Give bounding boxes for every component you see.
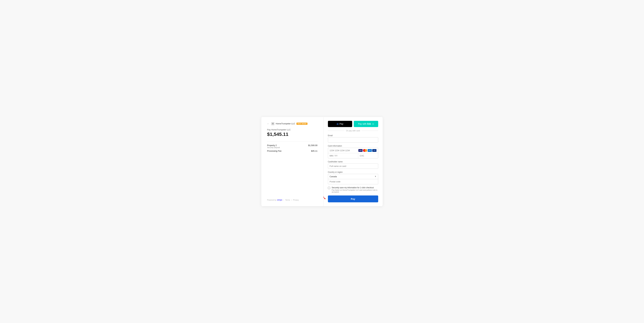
mastercard-icon (363, 149, 367, 152)
line-item-amount: $1,500.00 (308, 144, 318, 148)
card-info-wrapper: VISA AMEX JCB (328, 148, 378, 158)
test-mode-badge: TEST MODE (296, 123, 308, 125)
cvc-input[interactable] (360, 155, 378, 157)
cardholder-group: Cardholder name (328, 161, 378, 169)
merchant-header: ← HomeTrumpeter LLC TEST MODE (267, 122, 318, 125)
merchant-name: HomeTrumpeter LLC (276, 122, 295, 125)
visa-icon: VISA (358, 149, 362, 152)
svg-marker-5 (324, 198, 326, 199)
line-items: Property 2 Security Deposit $1,500.00 Pr… (267, 141, 318, 152)
divider-row: Or pay with card (328, 130, 378, 132)
gpay-label: Pay (340, 123, 344, 125)
card-info-label: Card information (328, 145, 378, 147)
expiry-input[interactable] (328, 153, 358, 158)
email-input[interactable] (328, 137, 378, 143)
merchant-icon (271, 122, 274, 125)
email-label: Email (328, 134, 378, 137)
back-arrow[interactable]: ← (267, 122, 269, 125)
card-number-input[interactable] (330, 149, 358, 152)
gpay-button[interactable]: G Pay (328, 121, 352, 127)
line-item: Property 2 Security Deposit $1,500.00 (267, 144, 318, 148)
country-group: Country or region Canada United States U… (328, 171, 378, 184)
terms-link[interactable]: Terms (285, 199, 290, 201)
payment-amount: $1,545.11 (267, 132, 318, 137)
line-item-left: Processing Fee (267, 150, 282, 152)
save-info-main-label: Securely save my information for 1-click… (332, 186, 378, 189)
amex-icon: AMEX (368, 149, 372, 152)
save-info-sub-label: Pay faster on HomeTrumpeter LLC and ever… (332, 189, 378, 193)
cvc-wrapper (358, 153, 378, 158)
divider-right (362, 131, 378, 131)
save-info-row: Securely save my information for 1-click… (328, 186, 378, 193)
privacy-link[interactable]: Privacy (293, 199, 299, 201)
right-panel: G Pay Pay with link ⇨ Or pay with card E… (324, 117, 383, 206)
pay-button[interactable]: Pay (328, 195, 378, 202)
jcb-icon: JCB (372, 149, 376, 152)
country-select[interactable]: Canada United States United Kingdom (328, 174, 378, 179)
save-info-labels: Securely save my information for 1-click… (332, 186, 378, 193)
card-icons: VISA AMEX JCB (358, 149, 376, 152)
cardholder-input[interactable] (328, 163, 378, 169)
card-info-group: Card information VISA AMEX JCB (328, 145, 378, 158)
line-item-name: Property 2 (267, 144, 280, 147)
line-item-left: Property 2 Security Deposit (267, 144, 280, 148)
powered-by-text: Powered by (267, 199, 276, 201)
email-group: Email (328, 134, 378, 143)
svg-rect-1 (272, 123, 274, 124)
pay-with-link-button[interactable]: Pay with link ⇨ (354, 121, 378, 127)
line-item-name: Processing Fee (267, 150, 282, 152)
pay-button-container: Pay (328, 195, 378, 202)
card-bottom-row (328, 153, 378, 158)
left-panel: ← HomeTrumpeter LLC TEST MODE Pay HomeTr… (261, 117, 324, 206)
country-label: Country or region (328, 171, 378, 173)
pay-to-label: Pay HomeTrumpeter LLC (267, 129, 318, 131)
payment-buttons: G Pay Pay with link ⇨ (328, 121, 378, 127)
divider-left (328, 131, 344, 131)
country-select-wrapper: Canada United States United Kingdom ▼ (328, 174, 378, 179)
gpay-g-icon: G (337, 123, 338, 125)
line-item: Processing Fee $45.11 (267, 150, 318, 152)
card-number-row: VISA AMEX JCB (328, 148, 378, 153)
link-btn-text: Pay with link (358, 123, 371, 125)
stripe-logo: stripe (277, 199, 282, 201)
line-item-sub: Security Deposit (267, 147, 280, 148)
left-footer: Powered by stripe | Terms | Privacy (267, 199, 318, 201)
link-arrow-icon: ⇨ (372, 122, 374, 125)
save-info-checkbox[interactable] (328, 187, 330, 189)
postal-input[interactable] (328, 179, 378, 184)
line-item-amount: $45.11 (311, 150, 318, 152)
cardholder-label: Cardholder name (328, 161, 378, 163)
divider-text: Or pay with card (346, 130, 360, 132)
